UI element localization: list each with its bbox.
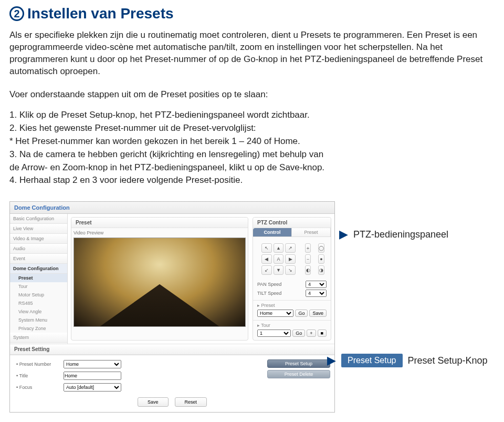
focus-select[interactable]: Auto [default] [64,383,121,392]
preset-panel-title: Preset [71,218,248,228]
sidebar-sub-rs485[interactable]: RS485 [10,299,67,307]
save-button[interactable]: Save [138,397,169,407]
pan-speed-label: PAN Speed [257,282,281,287]
ptz-iris-close[interactable]: ● [318,254,324,264]
section-heading: 2 Instellen van Presets [9,5,495,22]
sidebar-system[interactable]: System [10,333,67,343]
tour-section-label: ▸ Tour [257,323,327,328]
step-2a: 2. Kies het gewenste Preset-nummer uit d… [9,122,495,135]
ptz-arrow-down[interactable]: ▼ [274,265,284,275]
step-number-badge: 2 [9,6,24,21]
sidebar-sub-sysmenu[interactable]: System Menu [10,316,67,324]
arrow-icon: ▶ [339,228,348,241]
ptz-tab-control[interactable]: Control [253,228,292,236]
preset-setup-button[interactable]: Preset Setup [267,359,330,368]
ptz-tab-preset[interactable]: Preset [292,228,331,236]
ptz-iris-open[interactable]: ◯ [318,243,324,253]
sidebar-sub-preset[interactable]: Preset [10,274,67,282]
preset-select[interactable]: Home [257,310,293,317]
pan-speed-select[interactable]: 4 [306,281,327,288]
tour-select[interactable]: 1 [257,330,291,337]
ptz-arrow-dr[interactable]: ↘ [285,265,296,275]
ptz-focus-near[interactable]: ◐ [305,265,311,275]
callout-ptz: ▶ PTZ-bedieningspaneel [339,228,448,241]
tilt-speed-label: TILT Speed [257,291,281,296]
ptz-arrow-left[interactable]: ◀ [261,254,272,264]
app-window: Dome Configuration Basic Configuration L… [9,201,335,413]
tour-go-button[interactable]: Go [292,330,305,337]
sidebar-sub-viewangle[interactable]: View Angle [10,307,67,316]
preset-go-button[interactable]: Go [295,310,308,317]
app-title: Dome Configuration [10,202,334,214]
sidebar-sub-tour[interactable]: Tour [10,282,67,291]
intro-paragraph: Als er specifieke plekken zijn die u rou… [9,29,495,78]
video-preview-label: Video Preview [71,228,248,236]
preset-number-select[interactable]: Home [64,360,121,368]
preset-section-label: ▸ Preset [257,303,327,308]
title-label: • Title [16,373,58,378]
title-input[interactable] [64,372,121,380]
arrow-icon: ▶ [327,354,336,367]
ptz-focus-far[interactable]: ◑ [318,265,324,275]
sidebar-sub-motor[interactable]: Motor Setup [10,291,67,299]
callout-preset-setup: ▶ Preset Setup Preset Setup-Knop [327,354,488,367]
ptz-panel: PTZ Control Control Preset ↖ ▲ ↗ ◀ [253,217,331,341]
sidebar-sub-privacy[interactable]: Privacy Zone [10,324,67,333]
steps-list: 1. Klik op de Preset Setup-knop, het PTZ… [9,109,495,187]
step-4: 4. Herhaal stap 2 en 3 voor iedere volge… [9,174,495,187]
ptz-arrow-ul[interactable]: ↖ [261,243,272,253]
ptz-arrow-ur[interactable]: ↗ [285,243,296,253]
ptz-arrow-up[interactable]: ▲ [274,243,284,253]
preset-number-label: • Preset Number [16,362,58,367]
preset-save-button[interactable]: Save [309,310,327,317]
step-3a: 3. Na de camera te hebben gericht (kijkr… [9,149,495,161]
sidebar-event[interactable]: Event [10,254,67,264]
preset-setup-badge: Preset Setup [341,354,403,367]
sidebar-liveview[interactable]: Live View [10,224,67,234]
ptz-zoom-out[interactable]: － [305,254,311,264]
video-preview[interactable] [74,238,246,327]
ptz-arrow-center[interactable]: A [274,254,284,264]
step-2b: * Het Preset-nummer kan worden gekozen i… [9,136,495,148]
sidebar-basic[interactable]: Basic Configuration [10,214,67,224]
step-3b: de Arrow- en Zoom-knop in het PTZ-bedien… [9,162,495,174]
tour-plus-button[interactable]: + [307,330,316,337]
callout-ptz-text: PTZ-bedieningspaneel [353,229,448,240]
sidebar-audio[interactable]: Audio [10,244,67,254]
sidebar-dome[interactable]: Dome Configuration [10,264,67,274]
preset-setting-title: Preset Setting [10,344,334,355]
reset-button[interactable]: Reset [175,397,207,407]
ptz-arrow-dl[interactable]: ↙ [261,265,272,275]
sub-heading: Voer onderstaande stappen uit om de Pres… [9,89,495,100]
sidebar-videoimage[interactable]: Video & Image [10,234,67,244]
step-1: 1. Klik op de Preset Setup-knop, het PTZ… [9,109,495,121]
ptz-arrow-right[interactable]: ▶ [285,254,296,264]
preset-setup-label: Preset Setup-Knop [408,355,488,366]
ptz-zoom-in[interactable]: ＋ [305,243,311,253]
ptz-title: PTZ Control [253,218,331,228]
sidebar: Basic Configuration Live View Video & Im… [10,214,68,344]
screenshot-wrapper: Dome Configuration Basic Configuration L… [9,201,492,413]
tour-stop-button[interactable]: ■ [318,330,327,337]
preset-delete-button[interactable]: Preset Delete [267,370,330,378]
tilt-speed-select[interactable]: 4 [306,290,327,297]
heading-title: Instellen van Presets [27,5,174,22]
focus-label: • Focus [16,385,58,390]
preset-panel: Preset Video Preview [71,217,248,341]
